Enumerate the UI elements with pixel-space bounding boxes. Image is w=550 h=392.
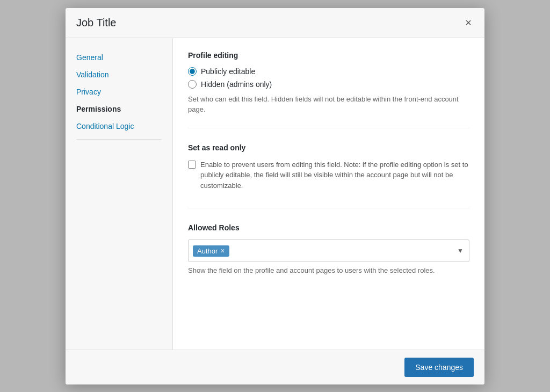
read-only-checkbox[interactable]	[188, 161, 196, 169]
profile-editing-section: Profile editing Publicly editable Hidden…	[188, 51, 469, 128]
radio-publicly-editable[interactable]: Publicly editable	[188, 67, 469, 76]
modal-footer: Save changes	[66, 350, 484, 384]
modal-overlay: Job Title × General Validation Privacy P…	[0, 0, 550, 392]
save-button[interactable]: Save changes	[404, 358, 474, 377]
profile-editing-radio-group: Publicly editable Hidden (admins only)	[188, 67, 469, 89]
sidebar-item-general[interactable]: General	[66, 49, 172, 66]
profile-editing-help: Set who can edit this field. Hidden fiel…	[188, 94, 469, 115]
modal-body: General Validation Privacy Permissions C…	[66, 38, 484, 350]
radio-hidden-admins[interactable]: Hidden (admins only)	[188, 80, 469, 89]
close-button[interactable]: ×	[463, 17, 474, 28]
sidebar-item-privacy[interactable]: Privacy	[66, 83, 172, 100]
role-tag-author: Author ×	[193, 245, 229, 257]
modal-header: Job Title ×	[66, 8, 484, 38]
read-only-checkbox-row: Enable to prevent users from editing thi…	[188, 159, 469, 191]
read-only-title: Set as read only	[188, 143, 469, 152]
dropdown-arrow-icon: ▼	[457, 247, 464, 255]
sidebar-divider	[76, 139, 162, 140]
read-only-checkbox-label: Enable to prevent users from editing thi…	[200, 159, 469, 191]
sidebar: General Validation Privacy Permissions C…	[66, 38, 173, 350]
allowed-roles-select[interactable]: Author × ▼	[188, 239, 469, 262]
radio-publicly-editable-label: Publicly editable	[201, 67, 255, 76]
main-content: Profile editing Publicly editable Hidden…	[173, 38, 484, 350]
role-tag-author-label: Author	[197, 247, 218, 255]
radio-publicly-editable-input[interactable]	[188, 67, 197, 76]
modal: Job Title × General Validation Privacy P…	[66, 8, 484, 384]
allowed-roles-section: Allowed Roles Author × ▼ Show the field …	[188, 223, 469, 289]
read-only-section: Set as read only Enable to prevent users…	[188, 143, 469, 209]
sidebar-item-permissions[interactable]: Permissions	[66, 100, 172, 118]
sidebar-item-conditional-logic[interactable]: Conditional Logic	[66, 118, 172, 135]
allowed-roles-title: Allowed Roles	[188, 223, 469, 232]
role-tag-author-remove[interactable]: ×	[220, 247, 225, 255]
sidebar-item-validation[interactable]: Validation	[66, 66, 172, 83]
radio-hidden-admins-input[interactable]	[188, 80, 197, 89]
allowed-roles-help: Show the field on the profile and accoun…	[188, 265, 469, 276]
radio-hidden-admins-label: Hidden (admins only)	[201, 80, 272, 89]
modal-title: Job Title	[76, 17, 116, 29]
profile-editing-title: Profile editing	[188, 51, 469, 60]
